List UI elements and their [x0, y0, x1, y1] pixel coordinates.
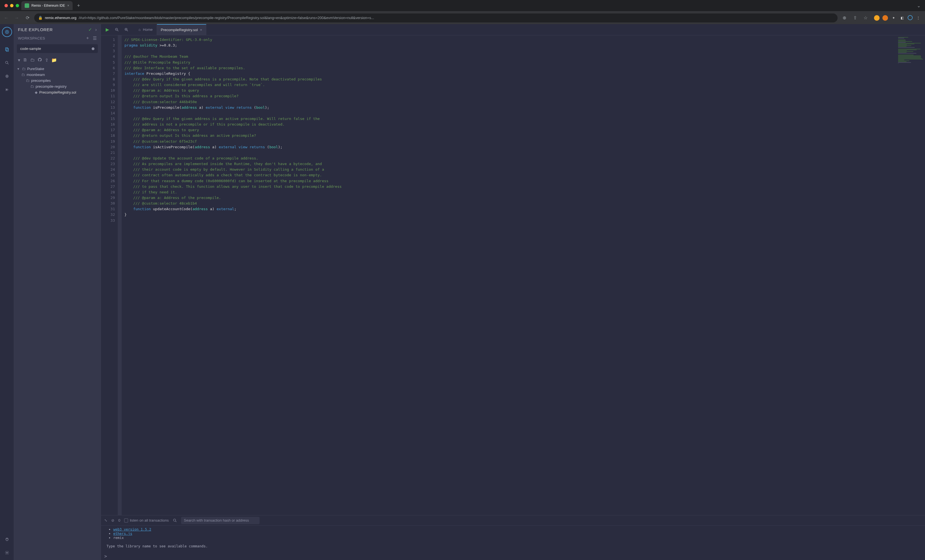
chevron-right-icon[interactable]: ›: [95, 27, 97, 32]
tree-label: PureStake: [27, 67, 44, 71]
collapse-tree-icon[interactable]: ▾: [18, 57, 20, 63]
zoom-out-button[interactable]: [113, 26, 121, 34]
folder-icon: 🗀: [30, 84, 34, 89]
pending-tx-count: 0: [118, 518, 120, 522]
lock-icon: 🔒: [38, 16, 42, 20]
terminal-toolbar: ⤡ ⊘ 0 listen on all transactions Search …: [101, 515, 925, 525]
check-icon[interactable]: ✓: [88, 27, 92, 32]
icon-rail: [0, 24, 14, 560]
upload-icon[interactable]: ⇪: [45, 57, 48, 63]
svg-point-5: [6, 552, 8, 553]
back-button[interactable]: ←: [2, 14, 10, 22]
tree-folder-l3[interactable]: 🗀 precompile-registry: [16, 84, 98, 89]
url-path: /#url=https://github.com/PureStake/moonb…: [79, 16, 374, 20]
svg-line-8: [118, 30, 118, 31]
address-bar: ← → ⟳ 🔒 remix.ethereum.org/#url=https://…: [0, 11, 925, 24]
tab-file-active[interactable]: PrecompileRegistry.sol ×: [157, 24, 206, 35]
tree-file-label: PrecompileRegistry.sol: [39, 90, 76, 95]
minimap[interactable]: [897, 35, 925, 515]
extension-icon-1[interactable]: [874, 15, 880, 21]
tree-label: moonbeam: [27, 72, 45, 77]
github-icon[interactable]: [38, 57, 42, 63]
tab-strip: Remix - Ethereum IDE × + ⌄: [0, 0, 925, 11]
terminal-body[interactable]: web3 version 1.5.2 ethers.js remix Type …: [101, 525, 925, 552]
terminal-search-input[interactable]: Search with transaction hash or address: [181, 517, 259, 524]
mac-maximize-button[interactable]: [16, 4, 19, 7]
main-area: ▶ ⌂ Home PrecompileRegistry.sol × 123456…: [101, 24, 925, 560]
tabs-dropdown-icon[interactable]: ⌄: [914, 3, 923, 8]
tree-label: precompiles: [31, 78, 51, 83]
new-folder-icon[interactable]: 🗀: [30, 57, 35, 63]
home-icon: ⌂: [139, 27, 141, 32]
extension-metamask-icon[interactable]: [883, 15, 888, 21]
new-tab-button[interactable]: +: [75, 3, 83, 9]
hamburger-menu-icon[interactable]: ☰: [93, 36, 97, 41]
terminal-expand-icon[interactable]: ⤡: [104, 518, 107, 522]
editor-area: 1234567891011121314151617181920212223242…: [101, 35, 925, 515]
svg-line-4: [8, 63, 8, 64]
forward-button[interactable]: →: [13, 14, 21, 22]
add-workspace-icon[interactable]: +: [86, 36, 89, 41]
zoom-in-button[interactable]: [122, 26, 131, 34]
deploy-rail-icon[interactable]: [3, 86, 11, 93]
mac-close-button[interactable]: [5, 4, 8, 7]
terminal-search-icon[interactable]: [173, 518, 177, 523]
workspace-indicator-icon: [92, 47, 95, 50]
tree-folder-l1[interactable]: 🗀 moonbeam: [16, 72, 98, 78]
chevron-down-icon: ▾: [17, 67, 20, 71]
close-tab-icon[interactable]: ×: [67, 4, 69, 8]
mac-window-buttons: [2, 4, 19, 7]
plugin-rail-icon[interactable]: [3, 535, 11, 543]
svg-rect-1: [5, 48, 8, 51]
url-domain: remix.ethereum.org: [45, 16, 77, 20]
kebab-menu-icon[interactable]: ⋮: [916, 15, 921, 21]
terminal-clear-icon[interactable]: ⊘: [111, 518, 114, 522]
settings-rail-icon[interactable]: [3, 549, 11, 557]
terminal-hint: Type the library name to see available c…: [107, 544, 919, 548]
tree-file[interactable]: ◆ PrecompileRegistry.sol: [16, 89, 98, 95]
tab-home[interactable]: ⌂ Home: [134, 24, 157, 35]
terminal-link-web3[interactable]: web3 version 1.5.2: [113, 527, 151, 531]
search-rail-icon[interactable]: [3, 59, 11, 67]
app: FILE EXPLORER ✓ › WORKSPACES + ☰ code-sa…: [0, 24, 925, 560]
new-file-icon[interactable]: 🗎: [23, 57, 27, 63]
mac-minimize-button[interactable]: [10, 4, 14, 7]
workspace-selected-label: code-sample: [20, 47, 41, 51]
line-gutter: 1234567891011121314151617181920212223242…: [101, 35, 118, 515]
terminal-panel: ⤡ ⊘ 0 listen on all transactions Search …: [101, 515, 925, 560]
solidity-file-icon: ◆: [35, 90, 38, 95]
checkbox-icon: [124, 518, 128, 522]
terminal-prompt[interactable]: >: [101, 552, 925, 560]
share-icon[interactable]: ⇧: [851, 14, 859, 22]
load-folder-icon[interactable]: 📁: [51, 57, 57, 63]
remix-logo-icon[interactable]: [2, 27, 12, 37]
run-button[interactable]: ▶: [103, 26, 111, 34]
terminal-link-ethers[interactable]: ethers.js: [113, 531, 132, 536]
zoom-search-icon[interactable]: ⊕: [841, 14, 848, 22]
panel-icon[interactable]: ◧: [899, 15, 905, 21]
workspaces-label: WORKSPACES: [18, 36, 45, 41]
profile-avatar-icon[interactable]: [908, 15, 913, 20]
url-bar[interactable]: 🔒 remix.ethereum.org/#url=https://github…: [34, 14, 838, 23]
extensions-puzzle-icon[interactable]: ✦: [891, 15, 896, 21]
compiler-rail-icon[interactable]: [3, 72, 11, 80]
file-explorer-rail-icon[interactable]: [3, 45, 11, 53]
browser-chrome: Remix - Ethereum IDE × + ⌄ ← → ⟳ 🔒 remix…: [0, 0, 925, 24]
close-tab-icon[interactable]: ×: [200, 28, 202, 32]
listen-checkbox[interactable]: listen on all transactions: [124, 518, 169, 522]
tab-title: Remix - Ethereum IDE: [32, 4, 65, 8]
tree-folder-root[interactable]: ▾ 🗀 PureStake: [16, 66, 98, 72]
sidebar-title: FILE EXPLORER: [18, 27, 53, 32]
browser-tab-active[interactable]: Remix - Ethereum IDE ×: [21, 1, 72, 10]
listen-label: listen on all transactions: [130, 518, 169, 522]
reload-button[interactable]: ⟳: [24, 14, 32, 22]
bookmark-icon[interactable]: ☆: [862, 14, 869, 22]
tree-folder-l2[interactable]: 🗀 precompiles: [16, 78, 98, 84]
svg-line-12: [127, 30, 128, 31]
workspace-select[interactable]: code-sample: [17, 44, 98, 53]
editor-tabs: ⌂ Home PrecompileRegistry.sol ×: [134, 24, 206, 35]
tree-label: precompile-registry: [36, 84, 67, 89]
svg-rect-2: [6, 48, 8, 51]
terminal-search-placeholder: Search with transaction hash or address: [184, 518, 249, 522]
code-editor[interactable]: // SPDX-License-Identifier: GPL-3.0-only…: [122, 35, 897, 515]
